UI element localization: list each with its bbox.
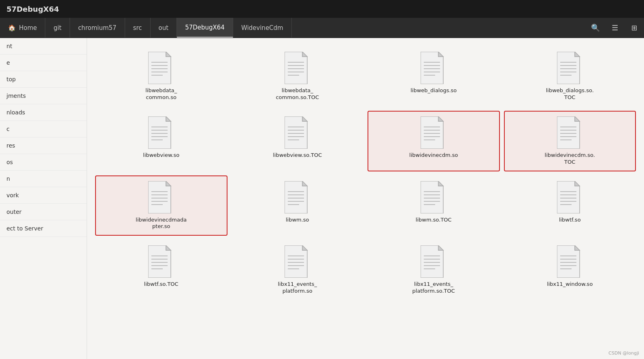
main-area: ntetopjmentsnloadscresosnvorkouterect to… xyxy=(0,38,644,359)
file-item-libx11_events_platform_so[interactable]: libx11_events_ platform.so xyxy=(232,240,364,300)
file-item-libx11_events_platform_so_toc[interactable]: libx11_events_ platform.so.TOC xyxy=(368,240,500,300)
sidebar-item-outer[interactable]: outer xyxy=(0,204,87,220)
tab-57DebugX64[interactable]: 57DebugX64 xyxy=(177,18,233,38)
svg-marker-78 xyxy=(575,181,580,186)
file-icon xyxy=(285,52,310,84)
svg-marker-92 xyxy=(302,245,307,250)
sidebar-item-c[interactable]: c xyxy=(0,121,87,137)
file-name: libwtf.so.TOC xyxy=(144,281,179,288)
svg-marker-99 xyxy=(438,245,443,250)
file-name: libwidevinecdm.so. TOC xyxy=(542,152,598,166)
sidebar-item-n[interactable]: n xyxy=(0,171,87,187)
sidebar: ntetopjmentsnloadscresosnvorkouterect to… xyxy=(0,38,87,359)
file-name: libwebdata_ common.so.TOC xyxy=(269,87,326,101)
tab-chromium57[interactable]: chromium57 xyxy=(70,18,125,38)
svg-marker-1 xyxy=(166,52,171,57)
svg-marker-22 xyxy=(575,52,580,57)
file-icon xyxy=(421,52,446,84)
window-title: 57DebugX64 xyxy=(6,5,59,13)
file-icon xyxy=(557,245,583,278)
tab-label: chromium57 xyxy=(78,24,117,32)
watermark: CSDN @longji xyxy=(608,351,639,356)
tab-label: src xyxy=(133,24,142,32)
home-icon: 🏠 xyxy=(8,24,16,32)
file-icon xyxy=(557,52,583,84)
sidebar-item-ect-to-server[interactable]: ect to Server xyxy=(0,220,87,237)
file-name: libx11_events_ platform.so.TOC xyxy=(405,281,462,295)
file-item-libwebview_so[interactable]: libwebview.so xyxy=(95,111,227,171)
file-name: libwidevinecdm.so xyxy=(409,152,458,159)
file-icon xyxy=(557,116,583,149)
file-name: libwtf.so xyxy=(559,217,581,224)
tab-out[interactable]: out xyxy=(151,18,177,38)
tab-label: WidevineCdm xyxy=(241,24,283,32)
file-item-libwm_so_toc[interactable]: libwm.so.TOC xyxy=(368,175,500,236)
tab-actions: 🔍 ☰ ⊞ xyxy=(586,18,644,38)
file-name: libwm.so.TOC xyxy=(416,217,452,224)
file-item-libwebdata_common_so[interactable]: libwebdata_ common.so xyxy=(95,46,227,107)
file-item-libwidevinecdm_so_toc[interactable]: libwidevinecdm.so. TOC xyxy=(504,111,636,171)
tab-bar: 🏠Homegitchromium57srcout57DebugX64Widevi… xyxy=(0,18,644,38)
grid-view-button[interactable]: ⊞ xyxy=(625,18,644,38)
file-icon xyxy=(285,116,310,149)
file-icon xyxy=(285,245,310,278)
file-item-libwm_so[interactable]: libwm.so xyxy=(232,175,364,236)
file-item-libwebdata_common_so_toc[interactable]: libwebdata_ common.so.TOC xyxy=(232,46,364,107)
file-name: libwebview.so xyxy=(143,152,179,159)
tab-src[interactable]: src xyxy=(125,18,151,38)
file-name: libweb_dialogs.so xyxy=(410,87,457,94)
file-icon xyxy=(557,181,583,213)
svg-marker-64 xyxy=(302,181,307,186)
file-name: libweb_dialogs.so. TOC xyxy=(542,87,598,101)
svg-marker-36 xyxy=(302,116,307,121)
file-icon xyxy=(421,181,446,213)
sidebar-item-e[interactable]: e xyxy=(0,55,87,71)
title-bar: 57DebugX64 xyxy=(0,0,644,18)
file-item-libwidevinecdm_so[interactable]: libwidevinecdm.so xyxy=(368,111,500,171)
sidebar-item-nloads[interactable]: nloads xyxy=(0,104,87,121)
svg-marker-106 xyxy=(575,245,580,250)
svg-marker-57 xyxy=(166,181,171,186)
tab-label: 57DebugX64 xyxy=(185,24,225,31)
file-item-libwtf_so_toc[interactable]: libwtf.so.TOC xyxy=(95,240,227,300)
tab-label: git xyxy=(53,24,62,32)
file-item-libweb_dialogs_so_toc[interactable]: libweb_dialogs.so. TOC xyxy=(504,46,636,107)
file-item-libwtf_so[interactable]: libwtf.so xyxy=(504,175,636,236)
file-name: libx11_window.so xyxy=(547,281,593,288)
tab-label: out xyxy=(159,24,169,32)
file-icon xyxy=(148,245,174,278)
file-icon xyxy=(148,52,174,84)
search-button[interactable]: 🔍 xyxy=(586,18,605,38)
svg-marker-50 xyxy=(575,116,580,121)
sidebar-item-vork[interactable]: vork xyxy=(0,187,87,204)
sidebar-item-res[interactable]: res xyxy=(0,137,87,154)
file-name: libwm.so xyxy=(286,217,309,224)
tab-home[interactable]: 🏠Home xyxy=(0,18,45,38)
tab-label: Home xyxy=(19,24,37,32)
svg-marker-43 xyxy=(438,116,443,121)
file-icon xyxy=(421,116,446,149)
file-name: libwebview.so.TOC xyxy=(273,152,322,159)
file-icon xyxy=(148,181,174,213)
sidebar-item-jments[interactable]: jments xyxy=(0,88,87,104)
file-name: libx11_events_ platform.so xyxy=(269,281,326,295)
file-item-libwidevinecdmadapter_so[interactable]: libwidevinecdmada pter.so xyxy=(95,175,227,236)
file-name: libwidevinecdmada pter.so xyxy=(133,217,189,230)
svg-marker-71 xyxy=(438,181,443,186)
file-icon xyxy=(148,116,174,149)
file-icon xyxy=(285,181,310,213)
tab-WidevineCdm[interactable]: WidevineCdm xyxy=(233,18,292,38)
file-item-libx11_window_so[interactable]: libx11_window.so xyxy=(504,240,636,300)
file-item-libwebview_so_toc[interactable]: libwebview.so.TOC xyxy=(232,111,364,171)
svg-marker-15 xyxy=(438,52,443,57)
file-item-libweb_dialogs_so[interactable]: libweb_dialogs.so xyxy=(368,46,500,107)
sidebar-item-nt[interactable]: nt xyxy=(0,38,87,55)
svg-marker-29 xyxy=(166,116,171,121)
list-view-button[interactable]: ☰ xyxy=(605,18,625,38)
file-name: libwebdata_ common.so xyxy=(133,87,189,101)
sidebar-item-os[interactable]: os xyxy=(0,154,87,171)
file-icon xyxy=(421,245,446,278)
tab-git[interactable]: git xyxy=(45,18,70,38)
svg-marker-8 xyxy=(302,52,307,57)
sidebar-item-top[interactable]: top xyxy=(0,71,87,88)
